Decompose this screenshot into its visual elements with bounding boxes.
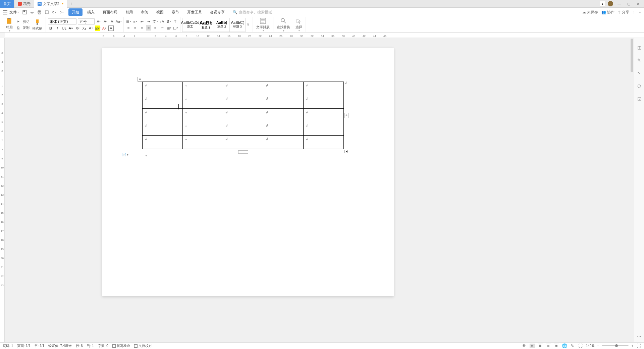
menu-tab-section[interactable]: 章节 [168, 8, 182, 16]
text-effect-icon[interactable]: A [88, 26, 94, 31]
tab-label: 文字文稿1 [43, 1, 60, 6]
menu-tab-member[interactable]: 会员专享 [207, 8, 228, 16]
share-icon: ⇪ [618, 10, 621, 14]
style-heading1[interactable]: AaBb标题 1 [198, 18, 214, 32]
svg-rect-0 [18, 2, 22, 6]
notification-badge[interactable]: 1 [600, 1, 605, 6]
export-icon[interactable] [44, 10, 49, 15]
undo-button[interactable] [52, 10, 56, 15]
word-icon: W [38, 2, 42, 6]
print-icon[interactable] [37, 10, 42, 15]
increase-indent-button[interactable]: ⇥ [146, 19, 151, 24]
bold-button[interactable]: B [48, 26, 53, 31]
svg-point-5 [31, 12, 33, 13]
maximize-button[interactable]: ▢ [625, 0, 632, 7]
tab-document[interactable]: W 文字文稿1 • [34, 0, 67, 8]
menu-tab-insert[interactable]: 插入 [84, 8, 98, 16]
cloud-icon: ☁ [582, 10, 586, 14]
minimize-button[interactable]: — [616, 0, 623, 7]
styles-more-icon[interactable]: ⇅ [247, 23, 249, 26]
new-tab-button[interactable]: + [67, 1, 75, 6]
file-menu[interactable]: 文件 [9, 10, 19, 15]
decrease-indent-button[interactable]: ⇤ [139, 19, 145, 24]
sort-icon[interactable]: ⇵ [166, 19, 171, 24]
clear-format-icon[interactable]: A̶ [109, 19, 115, 24]
line-spacing-button[interactable]: ↕ [159, 25, 165, 31]
cut-icon: ✂ [15, 19, 21, 24]
search-box[interactable]: 🔍 查找命令、搜索模板 [233, 10, 272, 15]
menu-tab-devtools[interactable]: 开发工具 [184, 8, 205, 16]
tab-home[interactable]: 首页 [0, 0, 14, 8]
align-center-button[interactable]: ≡ [132, 25, 138, 31]
paste-button[interactable]: 粘贴 [5, 17, 14, 32]
style-heading2[interactable]: AaBb(标题 2 [214, 18, 230, 32]
style-normal[interactable]: AaBbCcDd正文 [182, 18, 198, 32]
modified-dot: • [62, 1, 63, 6]
format-painter-button[interactable]: 格式刷 [31, 19, 44, 31]
save-icon[interactable] [22, 10, 27, 15]
select-button[interactable]: 选择 [294, 17, 304, 32]
shrink-font-icon[interactable]: A- [103, 19, 108, 24]
show-marks-icon[interactable]: ¶ [173, 19, 178, 24]
close-button[interactable]: ✕ [635, 0, 641, 7]
grow-font-icon[interactable]: A+ [96, 19, 101, 24]
copy-icon: ⎘ [15, 25, 21, 31]
superscript-button[interactable]: X² [75, 26, 80, 31]
svg-rect-13 [37, 23, 38, 25]
text-direction-icon[interactable]: ↕A [159, 19, 165, 24]
redo-button[interactable] [59, 10, 64, 15]
menu-tab-start[interactable]: 开始 [68, 8, 83, 16]
unsaved-indicator[interactable]: ☁ 未保存 [582, 10, 598, 15]
align-right-button[interactable]: ≡ [139, 25, 145, 31]
style-heading3[interactable]: AaBbC(标题 3 [229, 18, 246, 32]
tab-doke[interactable]: 稻壳 [14, 0, 34, 8]
italic-button[interactable]: I [55, 26, 60, 31]
svg-line-19 [284, 21, 286, 23]
style-gallery: AaBbCcDd正文 AaBb标题 1 AaBb(标题 2 AaBbC(标题 3 [182, 18, 246, 32]
borders-button[interactable]: ▢ [173, 25, 178, 31]
font-name-select[interactable] [48, 18, 76, 24]
char-border-icon[interactable]: A [108, 26, 114, 31]
copy-button[interactable]: ⎘复制 [15, 25, 30, 31]
menu-tab-view[interactable]: 视图 [153, 8, 167, 16]
svg-rect-9 [45, 11, 48, 14]
change-case-icon[interactable]: Aa [116, 19, 121, 24]
align-left-button[interactable]: ≡ [126, 25, 131, 31]
coop-button[interactable]: 👥 协作 [601, 10, 614, 15]
underline-button[interactable]: U [61, 26, 67, 31]
highlight-button[interactable]: ab [95, 26, 100, 31]
select-icon [296, 17, 302, 24]
find-icon [280, 17, 287, 24]
font-color-button[interactable]: A [102, 26, 107, 31]
chevron-up-icon[interactable]: ︿ [639, 10, 641, 14]
asian-layout-icon[interactable]: 文 [153, 19, 158, 24]
shading-button[interactable]: ▦ [166, 25, 171, 31]
text-layout-button[interactable]: 文字排版 [255, 17, 271, 32]
menu-tab-layout[interactable]: 页面布局 [99, 8, 121, 16]
bullets-button[interactable]: ☰ [126, 19, 131, 24]
subscript-button[interactable]: X₂ [82, 26, 87, 31]
print-preview-icon[interactable] [30, 10, 34, 15]
svg-rect-10 [7, 18, 11, 23]
align-distribute-button[interactable]: ≡ [153, 25, 158, 31]
avatar[interactable] [608, 1, 613, 6]
svg-rect-11 [8, 18, 10, 19]
strike-button[interactable]: A [68, 26, 73, 31]
svg-rect-12 [36, 19, 39, 23]
numbering-button[interactable]: ≡ [132, 19, 138, 24]
menu-tab-reference[interactable]: 引用 [122, 8, 136, 16]
tab-label: 稻壳 [23, 1, 31, 6]
menu-tab-review[interactable]: 审阅 [138, 8, 152, 16]
search-placeholder: 查找命令、搜索模板 [239, 10, 272, 15]
ribbon: 粘贴 ✂剪切 ⎘复制 格式刷 A+ A- A̶ Aa B I U A X² X₂… [0, 17, 644, 33]
cut-button[interactable]: ✂剪切 [15, 19, 30, 24]
font-size-select[interactable] [78, 18, 95, 24]
share-button[interactable]: ⇪ 分享 [618, 10, 629, 15]
svg-rect-4 [23, 10, 25, 12]
hamburger-icon[interactable] [3, 10, 7, 14]
collapse-ribbon-icon[interactable]: ⋮ [633, 11, 635, 14]
align-justify-button[interactable]: ≡ [146, 25, 151, 31]
search-icon: 🔍 [233, 10, 237, 14]
ruler-horizontal[interactable]: 8642246810121416182022242628303234363840… [5, 33, 644, 38]
find-replace-button[interactable]: 查找替换 [275, 17, 291, 32]
